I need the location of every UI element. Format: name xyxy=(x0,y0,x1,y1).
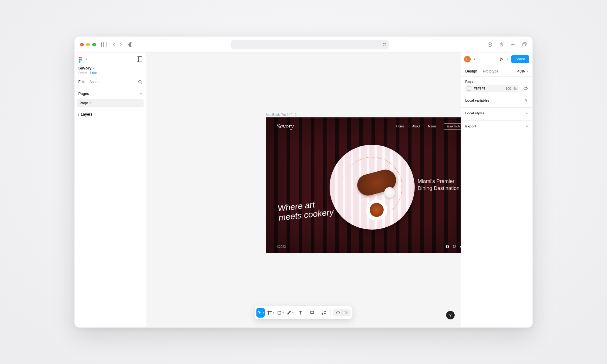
svg-point-7 xyxy=(455,246,456,246)
present-chevron-icon[interactable]: ▾ xyxy=(507,58,508,61)
svg-rect-5 xyxy=(453,245,456,248)
svg-point-13 xyxy=(322,313,323,315)
svg-point-2 xyxy=(80,59,82,61)
tab-design[interactable]: Design xyxy=(465,69,477,73)
file-title[interactable]: Savory xyxy=(78,66,91,70)
reload-icon[interactable] xyxy=(382,42,386,47)
add-page-icon[interactable]: + xyxy=(140,91,142,96)
file-title-chevron-icon[interactable]: ▾ xyxy=(93,67,95,70)
svg-point-15 xyxy=(525,99,526,100)
zoom-chevron-icon[interactable]: ▾ xyxy=(527,70,528,73)
page-section-header: Page xyxy=(465,80,473,83)
page-item-page1[interactable]: Page 1 xyxy=(77,99,144,107)
toolbar-separator xyxy=(331,309,331,316)
free-badge[interactable]: Free xyxy=(90,71,97,75)
right-panel: L ▾ ▾ Share Design Prototype 45% ▾ Page … xyxy=(461,52,532,327)
svg-rect-8 xyxy=(460,246,461,248)
search-icon[interactable] xyxy=(138,80,142,84)
user-avatar[interactable]: L xyxy=(464,56,471,62)
tagline-left: Where art meets cookery xyxy=(277,198,334,223)
sidebar-toggle-icon[interactable] xyxy=(101,42,107,47)
nav-home: Home xyxy=(396,125,405,128)
nav-about: About xyxy=(412,125,420,128)
app-window: ▾ Savory ▾ Drafts Free File Assets xyxy=(74,36,533,328)
settings-sliders-icon[interactable] xyxy=(524,98,528,103)
privacy-shield-icon[interactable] xyxy=(128,42,134,47)
svg-point-16 xyxy=(526,100,527,101)
design-frame[interactable]: Savory Home About Menu Book Table Where … xyxy=(266,117,461,253)
back-button[interactable] xyxy=(112,43,116,46)
layers-disclosure-icon: ▸ xyxy=(78,113,80,116)
avatar-chevron-icon[interactable]: ▾ xyxy=(474,58,475,61)
dev-mode-toggle[interactable] xyxy=(333,309,351,316)
design-canvas[interactable]: MacBook Pro 14" - 2 Savory Home About Me… xyxy=(146,52,461,327)
pen-tool[interactable]: ▾ xyxy=(286,308,294,318)
color-swatch xyxy=(467,86,471,91)
svg-point-12 xyxy=(324,311,326,312)
svg-point-3 xyxy=(139,80,141,83)
add-export-icon[interactable]: + xyxy=(526,124,528,129)
figma-logo-icon[interactable] xyxy=(78,57,83,62)
svg-rect-1 xyxy=(523,43,525,46)
bottom-toolbar: ▾ ▾ ▾ ▾ xyxy=(255,306,353,319)
export-header[interactable]: Export xyxy=(465,124,476,128)
tagline-right: Miami's Premier Dining Destination xyxy=(418,178,459,192)
pages-header: Pages xyxy=(78,92,89,96)
actions-tool[interactable] xyxy=(319,308,329,318)
move-tool[interactable]: ▾ xyxy=(256,308,265,318)
present-button[interactable] xyxy=(499,57,504,61)
comment-tool[interactable] xyxy=(307,308,317,318)
app-body: ▾ Savory ▾ Drafts Free File Assets xyxy=(75,52,532,327)
nav-book-button: Book Table xyxy=(444,123,461,130)
nav-menu: Menu xyxy=(428,125,436,128)
svg-rect-9 xyxy=(278,311,281,314)
visibility-toggle-icon[interactable] xyxy=(523,86,528,91)
svg-point-14 xyxy=(525,88,526,89)
close-window-button[interactable] xyxy=(80,43,84,46)
browser-chrome xyxy=(75,37,532,52)
add-style-icon[interactable]: + xyxy=(526,111,528,116)
local-variables-header[interactable]: Local variables xyxy=(465,99,490,102)
new-tab-icon[interactable] xyxy=(510,42,515,47)
drafts-breadcrumb[interactable]: Drafts xyxy=(78,71,87,75)
zoom-level[interactable]: 45% xyxy=(517,69,525,73)
tab-assets[interactable]: Assets xyxy=(90,80,100,84)
instagram-icon xyxy=(453,245,456,248)
page-background-color[interactable]: F5F5F5 100 % xyxy=(465,85,518,92)
tab-prototype[interactable]: Prototype xyxy=(483,69,498,73)
tabs-overview-icon[interactable] xyxy=(522,42,527,47)
site-logo: Savory xyxy=(277,123,294,130)
help-button[interactable]: ? xyxy=(446,311,455,319)
download-icon[interactable] xyxy=(487,42,492,47)
facebook-icon xyxy=(446,245,449,248)
frame-label[interactable]: MacBook Pro 14" - 2 xyxy=(266,113,297,116)
layers-header[interactable]: ▸Layers xyxy=(75,109,146,120)
collapse-sidebar-icon[interactable] xyxy=(137,56,142,62)
svg-point-11 xyxy=(322,311,323,312)
minimize-window-button[interactable] xyxy=(86,43,90,46)
maximize-window-button[interactable] xyxy=(92,43,96,46)
hero-plate-image xyxy=(330,145,415,230)
local-styles-header[interactable]: Local styles xyxy=(465,111,484,115)
text-tool[interactable] xyxy=(296,308,306,318)
youtube-icon xyxy=(460,245,461,248)
address-bar[interactable] xyxy=(231,40,389,49)
left-sidebar: ▾ Savory ▾ Drafts Free File Assets xyxy=(75,52,146,327)
share-button[interactable]: Share xyxy=(511,55,529,63)
svg-point-10 xyxy=(289,312,290,313)
share-icon[interactable] xyxy=(499,42,504,47)
tab-file[interactable]: File xyxy=(78,80,85,84)
chevron-down-icon[interactable]: ▾ xyxy=(86,58,87,61)
traffic-lights xyxy=(80,43,96,46)
svg-point-6 xyxy=(454,246,456,248)
copyright: ©2023 xyxy=(277,245,286,248)
shape-tool[interactable]: ▾ xyxy=(276,308,284,318)
frame-tool[interactable]: ▾ xyxy=(267,308,275,318)
forward-button[interactable] xyxy=(119,43,123,46)
